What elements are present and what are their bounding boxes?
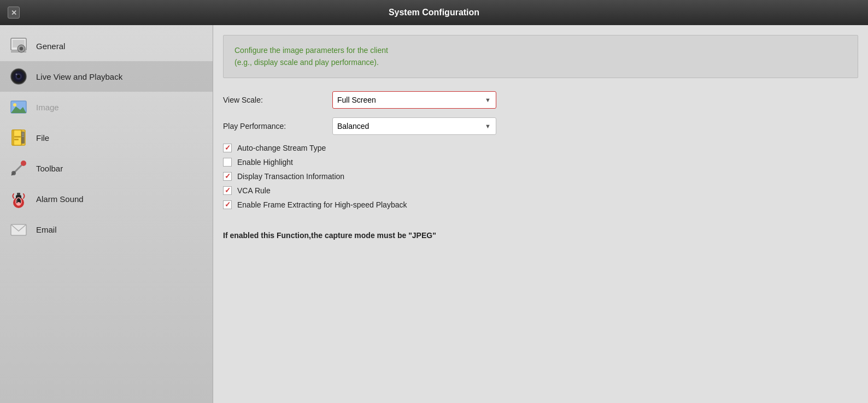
window-title: System Configuration (389, 8, 479, 17)
form-area: View Scale: Full Screen 4:3 16:9 Origina… (213, 91, 868, 248)
play-performance-select-wrapper: Balanced Real-time Fluency (332, 117, 496, 135)
svg-rect-21 (22, 134, 24, 135)
sidebar-label-alarm-sound: Alarm Sound (36, 194, 84, 204)
play-performance-row: Play Performance: Balanced Real-time Flu… (223, 117, 858, 135)
checkbox-auto-change[interactable]: ✓ (223, 144, 232, 152)
info-banner: Configure the image parameters for the c… (223, 35, 858, 78)
sidebar-item-toolbar[interactable]: Toolbar (0, 153, 213, 183)
camera-icon (9, 67, 28, 86)
checkbox-label-frame-extract: Enable Frame Extracting for High-speed P… (237, 200, 407, 209)
checkbox-vca[interactable]: ✓ (223, 186, 232, 195)
svg-rect-17 (14, 136, 21, 138)
checkbox-row-highlight: Enable Highlight (223, 158, 858, 167)
sidebar-label-live-view: Live View and Playback (36, 72, 122, 81)
checkbox-label-highlight: Enable Highlight (237, 158, 293, 167)
play-performance-label: Play Performance: (223, 122, 332, 131)
svg-point-9 (17, 75, 20, 78)
sidebar-item-email[interactable]: Email (0, 214, 213, 245)
view-scale-select-wrapper: Full Screen 4:3 16:9 Original (332, 91, 496, 109)
note-text: If enabled this Function,the capture mod… (223, 231, 858, 248)
sidebar: General Live View and Playback (0, 25, 213, 403)
svg-point-24 (21, 161, 26, 166)
svg-rect-30 (17, 193, 20, 195)
checkboxes-section: ✓ Auto-change Stream Type Enable Highlig… (223, 144, 858, 209)
svg-rect-22 (22, 136, 24, 137)
general-icon (9, 36, 28, 56)
svg-rect-18 (14, 139, 19, 140)
checkbox-row-transaction: ✓ Display Transaction Information (223, 172, 858, 181)
svg-point-4 (20, 47, 23, 50)
checkmark-auto-change: ✓ (225, 144, 231, 151)
sidebar-label-image: Image (36, 103, 59, 112)
checkmark-vca: ✓ (225, 187, 231, 194)
view-scale-select[interactable]: Full Screen 4:3 16:9 Original (332, 91, 496, 109)
sidebar-label-file: File (36, 133, 49, 143)
checkmark-transaction: ✓ (225, 173, 231, 180)
play-performance-select[interactable]: Balanced Real-time Fluency (332, 117, 496, 135)
checkbox-label-vca: VCA Rule (237, 186, 271, 195)
email-icon (9, 220, 28, 239)
sidebar-item-file[interactable]: File (0, 122, 213, 153)
svg-point-10 (16, 74, 17, 75)
file-icon (9, 128, 28, 147)
svg-rect-20 (22, 133, 24, 134)
checkmark-frame-extract: ✓ (225, 201, 231, 208)
sidebar-item-image[interactable]: Image (0, 92, 213, 122)
sidebar-label-general: General (36, 42, 65, 51)
alarm-icon (9, 189, 28, 209)
view-scale-row: View Scale: Full Screen 4:3 16:9 Origina… (223, 91, 858, 109)
checkbox-row-vca: ✓ VCA Rule (223, 186, 858, 195)
title-bar: ✕ System Configuration (0, 0, 868, 25)
main-container: General Live View and Playback (0, 25, 868, 403)
view-scale-label: View Scale: (223, 96, 332, 104)
sidebar-item-general[interactable]: General (0, 31, 213, 61)
checkbox-highlight[interactable] (223, 158, 232, 167)
checkbox-label-transaction: Display Transaction Information (237, 172, 344, 181)
checkbox-label-auto-change: Auto-change Stream Type (237, 144, 326, 152)
toolbar-icon (9, 158, 28, 178)
image-icon (9, 97, 28, 117)
checkbox-frame-extract[interactable]: ✓ (223, 200, 232, 209)
svg-point-12 (13, 103, 16, 106)
content-area: Configure the image parameters for the c… (213, 25, 868, 403)
checkbox-transaction[interactable]: ✓ (223, 172, 232, 181)
sidebar-label-email: Email (36, 225, 57, 234)
info-banner-text: Configure the image parameters for the c… (234, 44, 847, 69)
checkbox-row-auto-change: ✓ Auto-change Stream Type (223, 144, 858, 152)
sidebar-label-toolbar: Toolbar (36, 164, 63, 173)
sidebar-item-alarm-sound[interactable]: Alarm Sound (0, 183, 213, 214)
close-button[interactable]: ✕ (8, 7, 20, 19)
checkbox-row-frame-extract: ✓ Enable Frame Extracting for High-speed… (223, 200, 858, 209)
sidebar-item-live-view[interactable]: Live View and Playback (0, 61, 213, 92)
